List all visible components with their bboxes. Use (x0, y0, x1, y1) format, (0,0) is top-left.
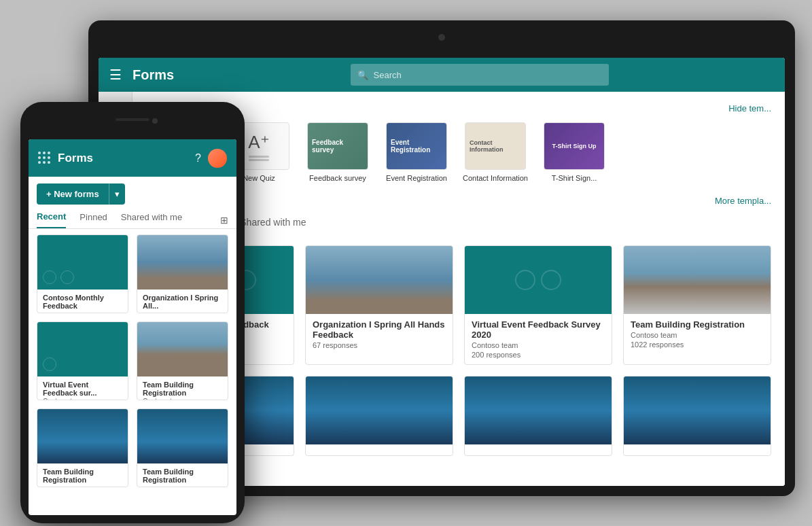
phone-camera (152, 118, 158, 124)
hide-template-link[interactable]: Hide tem... (728, 103, 771, 113)
form-title-org: Organization I Spring All Hands Feedback (313, 319, 446, 340)
template-card-feedback[interactable]: Feedback survey Feedback survey (304, 122, 372, 182)
phone-responses-row-contoso: 29 responses ⋯ (43, 311, 122, 313)
apps-grid-icon[interactable] (38, 152, 51, 164)
phone-tab-recent[interactable]: Recent (37, 211, 66, 228)
new-forms-dropdown-button[interactable]: ▾ (109, 183, 125, 205)
tablet-camera (438, 34, 445, 41)
phone-info-virtual: Virtual Event Feedback sur... Contoso te… (37, 376, 128, 400)
form-info-row2-3 (465, 444, 612, 455)
form-thumb-team-building (624, 246, 771, 314)
form-thumb-row2-4 (624, 376, 771, 444)
phone-form-card-team-mtn[interactable]: Team Building Registration Contoso team … (137, 321, 228, 400)
phone-speaker (116, 118, 149, 121)
phone-resp-contoso: 29 responses (43, 312, 84, 314)
phone-tab-shared[interactable]: Shared with me (121, 212, 182, 228)
search-bar[interactable]: 🔍 Search (351, 64, 609, 86)
form-title-team-building: Team Building Registration (631, 319, 764, 330)
phone-thumb-team-fish1 (37, 409, 128, 463)
phone-screen: Forms ? + New forms ▾ Recent Pinned Shar… (29, 139, 236, 515)
phone-form-card-contoso[interactable]: Contoso Monthly Feedback 29 responses ⋯ (37, 234, 128, 313)
phone-header-left: Forms (38, 152, 93, 165)
phone-form-card-team-fish1[interactable]: Team Building Registration 29 responses … (37, 408, 128, 487)
grid-view-icon[interactable]: ⊞ (220, 215, 228, 226)
phone-resp-fish1: 29 responses (43, 486, 84, 488)
phone-title-org: Organization I Spring All... (143, 294, 222, 310)
new-forms-bar: + New forms ▾ (29, 177, 236, 211)
phone-info-team-fish1: Team Building Registration 29 responses … (37, 463, 128, 487)
phone-thumb-team-fish2 (137, 409, 228, 463)
tshirt-label: T-Shirt Sign... (552, 174, 597, 182)
form-card-team-building[interactable]: Team Building Registration Contoso team … (623, 245, 771, 365)
form-info-row2-4 (624, 444, 771, 455)
form-card-row2-4[interactable] (623, 376, 771, 456)
template-card-tshirt[interactable]: T-Shirt Sign Up T-Shirt Sign... (540, 122, 608, 182)
phone-more-contoso[interactable]: ⋯ (114, 311, 122, 313)
form-responses-team-building: 1022 responses (631, 340, 764, 349)
phone-resp-fish2: 29 responses (143, 486, 183, 488)
search-icon: 🔍 (357, 70, 368, 80)
form-thumb-row2-3 (465, 376, 612, 444)
forms-title: Forms (133, 67, 174, 83)
phone-title-virtual: Virtual Event Feedback sur... (43, 381, 122, 397)
phone-thumb-team-mtn (137, 322, 228, 376)
phone-info-team-mtn: Team Building Registration Contoso team … (137, 376, 228, 400)
phone-device: Forms ? + New forms ▾ Recent Pinned Shar… (20, 102, 245, 523)
feedback-label: Feedback survey (309, 174, 366, 182)
phone-thumb-contoso (37, 235, 128, 290)
form-card-row2-2[interactable] (305, 376, 453, 456)
phone-app-header: Forms ? (29, 139, 236, 177)
phone-forms-list: Contoso Monthly Feedback 29 responses ⋯ … (29, 229, 236, 493)
template-card-event[interactable]: Event Registration Event Registration (383, 122, 451, 182)
form-card-virtual[interactable]: Virtual Event Feedback Survey 2020 Conto… (464, 245, 612, 365)
phone-title-team-fish2: Team Building Registration (143, 468, 222, 484)
form-card-row2-3[interactable] (464, 376, 612, 456)
phone-responses-row-fish1: 29 responses ⋯ (43, 485, 122, 487)
new-forms-button[interactable]: + New forms (37, 183, 109, 205)
form-thumb-org (306, 246, 453, 314)
contact-label: Contact Information (463, 174, 528, 182)
event-label: Event Registration (386, 174, 447, 182)
form-thumb-virtual (465, 246, 612, 314)
phone-responses-row-fish2: 29 responses ⋯ (143, 485, 222, 487)
feedback-thumb: Feedback survey (307, 122, 368, 170)
form-title-virtual: Virtual Event Feedback Survey 2020 (472, 319, 605, 340)
help-icon[interactable]: ? (195, 152, 201, 164)
contact-thumb: Contact Information (465, 122, 526, 170)
tab-shared[interactable]: Shared with me (240, 217, 306, 234)
forms-app-header: ☰ Forms 🔍 Search (99, 58, 785, 92)
form-responses-virtual: 200 responses (472, 351, 605, 359)
phone-info-org: Organization I Spring All... 67 response… (137, 290, 228, 313)
new-quiz-label: New Quiz (243, 174, 275, 182)
phone-tab-pinned[interactable]: Pinned (80, 212, 107, 228)
phone-more-fish2[interactable]: ⋯ (214, 485, 222, 487)
phone-team-team-mtn: Contoso team (143, 398, 222, 400)
form-thumb-row2-2 (306, 376, 453, 444)
form-info-team-building: Team Building Registration Contoso team … (624, 314, 771, 354)
phone-form-card-virtual[interactable]: Virtual Event Feedback sur... Contoso te… (37, 321, 128, 400)
phone-resp-org: 67 responses (143, 312, 183, 314)
form-team-team-building: Contoso team (631, 331, 764, 339)
template-card-contact[interactable]: Contact Information Contact Information (461, 122, 529, 182)
phone-team-virtual: Contoso team (43, 398, 122, 400)
phone-more-org[interactable]: ⋯ (214, 311, 222, 313)
phone-more-fish1[interactable]: ⋯ (114, 485, 122, 487)
phone-form-card-org[interactable]: Organization I Spring All... 67 response… (137, 234, 228, 313)
tshirt-thumb: T-Shirt Sign Up (544, 122, 605, 170)
phone-form-card-team-fish2[interactable]: Team Building Registration 29 responses … (137, 408, 228, 487)
phone-forms-title: Forms (58, 152, 93, 165)
form-info-org: Organization I Spring All Hands Feedback… (306, 314, 453, 355)
user-avatar[interactable] (208, 149, 227, 168)
form-info-virtual: Virtual Event Feedback Survey 2020 Conto… (465, 314, 612, 364)
form-card-org[interactable]: Organization I Spring All Hands Feedback… (305, 245, 453, 365)
hamburger-icon[interactable]: ☰ (109, 67, 122, 83)
phone-thumb-org (137, 235, 228, 290)
phone-title-team-mtn: Team Building Registration (143, 381, 222, 397)
event-thumb: Event Registration (386, 122, 447, 170)
phone-responses-row-org: 67 responses ⋯ (143, 311, 222, 313)
phone-tabs: Recent Pinned Shared with me ⊞ (29, 211, 236, 229)
form-responses-org: 67 responses (313, 341, 446, 349)
search-placeholder: Search (374, 70, 402, 80)
phone-info-team-fish2: Team Building Registration 29 responses … (137, 463, 228, 487)
phone-info-contoso: Contoso Monthly Feedback 29 responses ⋯ (37, 290, 128, 313)
